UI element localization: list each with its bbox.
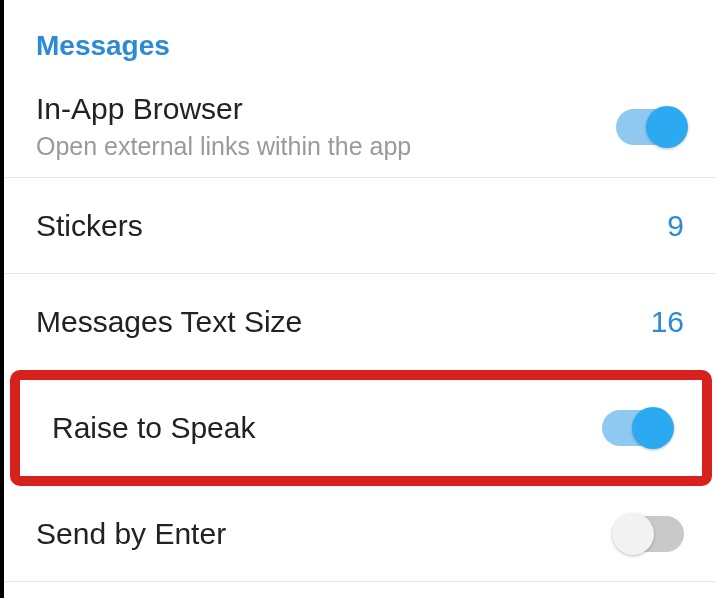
setting-row-in-app-browser[interactable]: In-App Browser Open external links withi… [4,76,716,178]
toggle-raise-to-speak[interactable] [602,410,670,446]
setting-subtitle: Open external links within the app [36,132,411,161]
left-border [0,0,4,598]
section-header-messages: Messages [4,0,716,76]
toggle-send-by-enter[interactable] [616,516,684,552]
settings-container: Messages In-App Browser Open external li… [0,0,716,582]
toggle-knob [632,407,674,449]
toggle-in-app-browser[interactable] [616,109,684,145]
setting-row-raise-to-speak[interactable]: Raise to Speak [20,380,702,476]
setting-title: Stickers [36,209,143,243]
highlight-raise-to-speak: Raise to Speak [10,370,712,486]
setting-title: In-App Browser [36,92,411,126]
setting-value: 9 [667,209,684,243]
setting-value: 16 [651,305,684,339]
setting-title: Raise to Speak [52,411,255,445]
setting-title: Messages Text Size [36,305,302,339]
setting-title: Send by Enter [36,517,226,551]
setting-row-send-by-enter[interactable]: Send by Enter [4,486,716,582]
row-text: In-App Browser Open external links withi… [36,92,411,161]
toggle-knob [646,106,688,148]
setting-row-text-size[interactable]: Messages Text Size 16 [4,274,716,370]
setting-row-stickers[interactable]: Stickers 9 [4,178,716,274]
toggle-knob [612,513,654,555]
